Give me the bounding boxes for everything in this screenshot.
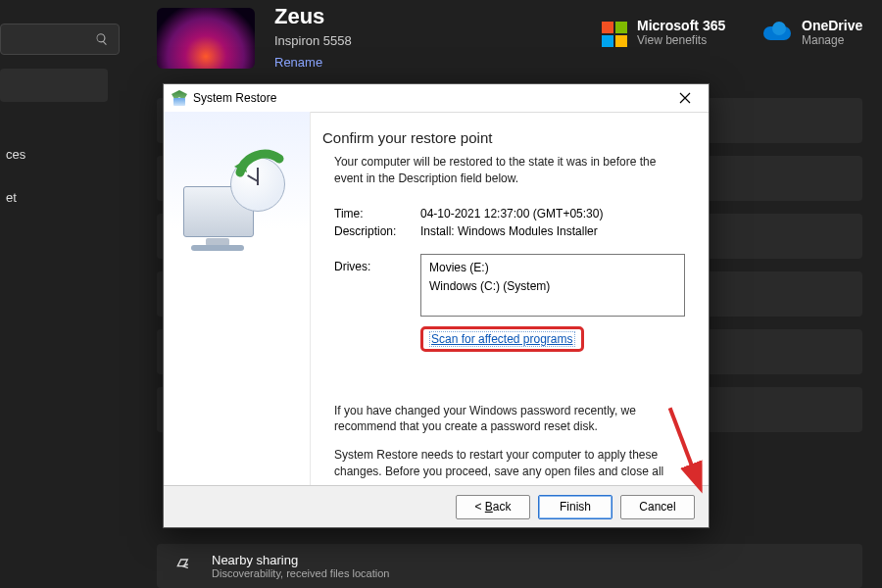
onedrive-label: OneDrive [802, 18, 862, 33]
dialog-heading: Confirm your restore point [322, 129, 685, 146]
sidebar-item-2[interactable]: et [0, 180, 108, 214]
user-name: Zeus [274, 4, 324, 29]
dialog-side-panel [164, 112, 311, 486]
nearby-title: Nearby sharing [212, 553, 389, 567]
sidebar-item-1[interactable]: ces [0, 137, 108, 171]
search-input[interactable] [0, 24, 120, 55]
dialog-body: Confirm your restore point Your computer… [164, 112, 709, 486]
description-value: Install: Windows Modules Installer [420, 224, 685, 238]
microsoft-icon [602, 22, 627, 47]
password-note: If you have changed your Windows passwor… [322, 403, 685, 436]
rename-link[interactable]: Rename [274, 55, 322, 70]
nearby-sharing-row[interactable]: Nearby sharing Discoverability, received… [157, 544, 862, 588]
description-label: Description: [334, 224, 420, 238]
ms365-tile[interactable]: Microsoft 365 View benefits [602, 18, 725, 47]
share-icon [174, 555, 194, 578]
time-label: Time: [334, 207, 420, 220]
drive-item: Windows (C:) (System) [429, 277, 676, 296]
dialog-main-panel: Confirm your restore point Your computer… [311, 112, 709, 486]
ms365-label: Microsoft 365 [637, 18, 725, 33]
user-model: Inspiron 5558 [274, 33, 352, 48]
onedrive-sub: Manage [802, 33, 862, 47]
system-restore-icon [172, 90, 187, 106]
restore-graphic-icon [183, 149, 291, 257]
drives-label: Drives: [334, 254, 420, 273]
drives-list: Movies (E:) Windows (C:) (System) [420, 254, 685, 317]
dialog-footer: < Back Finish Cancel [164, 485, 709, 527]
dialog-title: System Restore [193, 91, 276, 105]
close-icon [679, 92, 691, 104]
back-button[interactable]: < Back [456, 495, 530, 519]
onedrive-icon [762, 22, 792, 41]
dialog-intro: Your computer will be restored to the st… [322, 154, 685, 187]
cancel-button[interactable]: Cancel [620, 495, 695, 519]
close-button[interactable] [669, 87, 701, 109]
time-value: 04-10-2021 12:37:00 (GMT+05:30) [420, 207, 685, 220]
system-restore-dialog: System Restore Confirm your restore poin… [163, 83, 710, 528]
avatar [157, 8, 255, 69]
nearby-sub: Discoverability, received files location [212, 567, 389, 579]
sidebar-item-label: et [0, 190, 17, 205]
annotation-highlight: Scan for affected programs [420, 326, 584, 352]
finish-button[interactable]: Finish [538, 495, 612, 519]
sidebar-item-0[interactable] [0, 69, 108, 102]
drive-item: Movies (E:) [429, 259, 676, 277]
onedrive-tile[interactable]: OneDrive Manage [762, 18, 862, 47]
sidebar-item-label: ces [0, 147, 25, 162]
dialog-titlebar[interactable]: System Restore [164, 84, 709, 113]
scan-affected-programs-link[interactable]: Scan for affected programs [429, 331, 575, 347]
search-icon [95, 32, 109, 46]
ms365-sub: View benefits [637, 33, 725, 47]
